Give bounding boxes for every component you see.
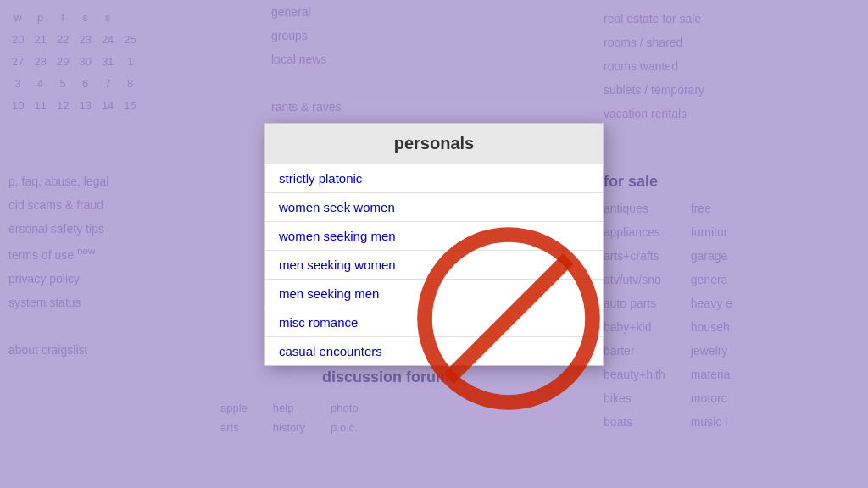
personals-item-men-seeking-men[interactable]: men seeking men <box>265 280 603 308</box>
personals-modal: personals strictly platonic women seek w… <box>264 123 604 366</box>
modal-overlay: personals strictly platonic women seek w… <box>0 0 868 488</box>
personals-item-women-seek-women[interactable]: women seek women <box>265 193 603 222</box>
personals-item-strictly-platonic[interactable]: strictly platonic <box>265 164 603 193</box>
personals-item-women-seeking-men[interactable]: women seeking men <box>265 222 603 251</box>
personals-item-misc-romance[interactable]: misc romance <box>265 308 603 337</box>
modal-title: personals <box>265 124 603 164</box>
personals-item-men-seeking-women[interactable]: men seeking women <box>265 251 603 280</box>
modal-body: strictly platonic women seek women women… <box>265 164 603 365</box>
personals-item-casual-encounters[interactable]: casual encounters <box>265 337 603 365</box>
